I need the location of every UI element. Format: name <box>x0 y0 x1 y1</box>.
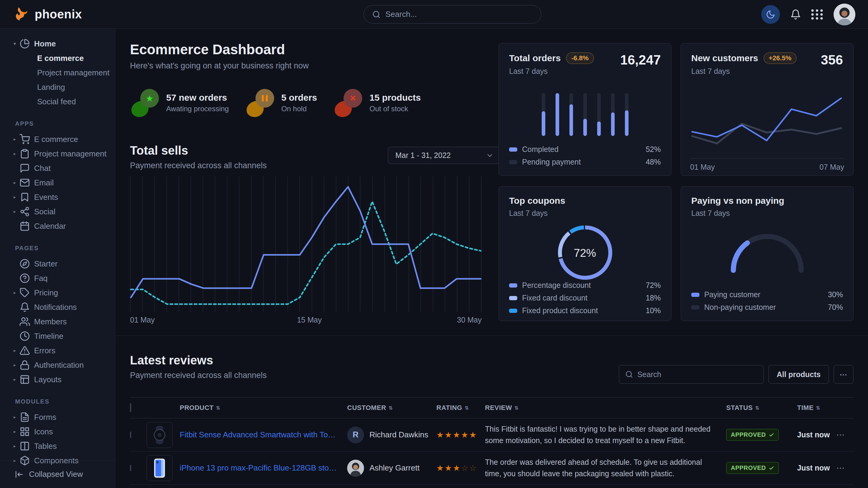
row-menu-button[interactable]: ⋯ <box>836 463 854 473</box>
stat-value: 5 orders <box>281 93 317 103</box>
table-row[interactable]: Fitbit Sense Advanced Smartwatch with To… <box>130 418 854 452</box>
sidebar-item-errors[interactable]: ▸Errors <box>0 343 115 358</box>
chevron-right-icon: ▸ <box>13 151 20 157</box>
notifications-button[interactable] <box>790 9 801 20</box>
top-coupons-period: Last 7 days <box>509 209 565 218</box>
brand[interactable]: phoenix <box>13 0 82 29</box>
select-all-checkbox[interactable] <box>130 403 131 412</box>
all-products-button[interactable]: All products <box>769 365 829 384</box>
chevron-right-icon: ▸ <box>13 180 20 185</box>
customer-cell[interactable]: RRichard Dawkins <box>347 426 436 444</box>
sidebar-item-icons[interactable]: ▸Icons <box>0 424 115 439</box>
sidebar-item-faq[interactable]: Faq <box>0 271 115 286</box>
column-header-rating[interactable]: RATING⇅ <box>436 404 485 412</box>
chevron-right-icon: ▸ <box>13 194 20 200</box>
column-header-review[interactable]: REVIEW⇅ <box>485 404 726 412</box>
sidebar-item-forms[interactable]: ▸Forms <box>0 410 115 424</box>
user-avatar[interactable] <box>834 4 855 25</box>
top-coupons-legend: Percentage discount72%Fixed card discoun… <box>509 281 661 315</box>
total-orders-title: Total orders <box>509 53 561 63</box>
sidebar-item-label: Timeline <box>34 331 63 341</box>
apps-menu-button[interactable] <box>811 9 824 20</box>
sidebar-item-label: Project management <box>34 149 106 159</box>
column-header-status[interactable]: STATUS⇅ <box>726 404 797 412</box>
column-header-time[interactable]: TIME⇅ <box>797 404 836 412</box>
sidebar-subitem-landing[interactable]: Landing <box>0 80 115 94</box>
column-header-product[interactable]: PRODUCT⇅ <box>180 404 347 412</box>
page-subtitle: Here's what's going on at your business … <box>130 61 309 70</box>
total-sells-title: Total sells <box>130 144 267 157</box>
legend-label: Completed <box>522 145 559 154</box>
legend-label: Fixed product discount <box>522 306 598 315</box>
product-link[interactable]: Fitbit Sense Advanced Smartwatch with To… <box>180 430 347 440</box>
collapse-sidebar-button[interactable]: Collapsed View <box>0 460 115 488</box>
sidebar-subitem-project-management[interactable]: Project management <box>0 65 115 80</box>
paying-gauge-chart <box>691 232 843 273</box>
row-checkbox[interactable] <box>130 432 131 438</box>
sidebar-item-tables[interactable]: ▸Tables <box>0 439 115 453</box>
legend-swatch <box>509 160 517 164</box>
order-bar <box>542 93 545 136</box>
row-menu-button[interactable]: ⋯ <box>836 430 854 440</box>
grid-dots-icon <box>811 9 824 20</box>
moon-icon <box>766 10 775 19</box>
table-row[interactable]: iPhone 13 pro max-Pacific Blue-128GB sto… <box>130 452 854 485</box>
sidebar-item-timeline[interactable]: Timeline <box>0 329 115 343</box>
legend-item: Pending payment48% <box>509 158 661 166</box>
sidebar-item-notifications[interactable]: Notifications <box>0 300 115 314</box>
reviews-search-input[interactable] <box>637 370 757 379</box>
order-bar <box>569 93 573 136</box>
legend-value: 30% <box>828 290 843 299</box>
sidebar-item-social[interactable]: ▸Social <box>0 204 115 219</box>
product-thumbnail[interactable] <box>147 422 173 448</box>
theme-toggle-button[interactable] <box>761 5 780 24</box>
chevron-right-icon: ▸ <box>13 444 20 449</box>
sort-icon: ⇅ <box>465 405 469 411</box>
sidebar-item-label: E commerce <box>34 135 78 144</box>
order-bar <box>583 93 587 136</box>
sidebar-item-home[interactable]: ▾Home <box>0 36 115 51</box>
sidebar-section-modules: MODULES <box>15 398 115 405</box>
paying-period: Last 7 days <box>691 209 784 218</box>
sidebar-item-project-management[interactable]: ▸Project management <box>0 147 115 161</box>
sidebar-item-label: Starter <box>34 259 58 268</box>
table-row[interactable] <box>130 485 854 488</box>
chevron-right-icon: ▸ <box>13 415 20 420</box>
legend-value: 70% <box>828 303 843 312</box>
sidebar-item-pricing[interactable]: ▸Pricing <box>0 286 115 300</box>
sidebar-item-layouts[interactable]: ▸Layouts <box>0 372 115 387</box>
bell-icon <box>790 9 801 20</box>
caret-down-icon: ▾ <box>13 41 20 46</box>
sidebar-item-e-commerce[interactable]: ▸E commerce <box>0 132 115 147</box>
product-link[interactable]: iPhone 13 pro max-Pacific Blue-128GB sto… <box>180 463 347 473</box>
column-header-customer[interactable]: CUSTOMER⇅ <box>347 404 436 412</box>
review-text: The order was delivered ahead of schedul… <box>485 457 726 479</box>
help-circle-icon <box>20 273 30 283</box>
sidebar-item-starter[interactable]: Starter <box>0 257 115 271</box>
sidebar-item-calendar[interactable]: Calendar <box>0 219 115 233</box>
product-thumbnail[interactable] <box>147 455 173 481</box>
sidebar-item-authentication[interactable]: ▸Authentication <box>0 358 115 372</box>
sidebar-item-email[interactable]: ▸Email <box>0 175 115 190</box>
reviews-more-button[interactable]: ⋯ <box>834 365 854 384</box>
sidebar-subitem-e-commerce[interactable]: E commerce <box>0 51 115 65</box>
reviews-search[interactable] <box>619 365 764 384</box>
reviews-title: Latest reviews <box>130 354 267 367</box>
customer-cell[interactable]: Ashley Garrett <box>347 460 436 477</box>
chevron-right-icon: ▸ <box>13 136 20 142</box>
order-bar <box>611 93 615 136</box>
global-search[interactable] <box>364 5 541 24</box>
sidebar-item-label: Email <box>34 178 54 188</box>
sidebar-subitem-social-feed[interactable]: Social feed <box>0 94 115 109</box>
search-input[interactable] <box>385 10 533 19</box>
row-checkbox[interactable] <box>130 465 131 471</box>
tag-icon <box>20 288 30 298</box>
sidebar-item-chat[interactable]: Chat <box>0 161 115 175</box>
quick-stats: ★57 new ordersAwating processing5 orders… <box>131 88 421 117</box>
sidebar-item-label: Chat <box>34 164 51 173</box>
top-coupons-title: Top coupons <box>509 196 565 206</box>
brand-name: phoenix <box>35 7 82 21</box>
sidebar-item-events[interactable]: ▸Events <box>0 190 115 204</box>
sidebar-item-members[interactable]: Members <box>0 314 115 329</box>
date-range-select[interactable]: Mar 1 - 31, 2022 <box>388 147 501 164</box>
